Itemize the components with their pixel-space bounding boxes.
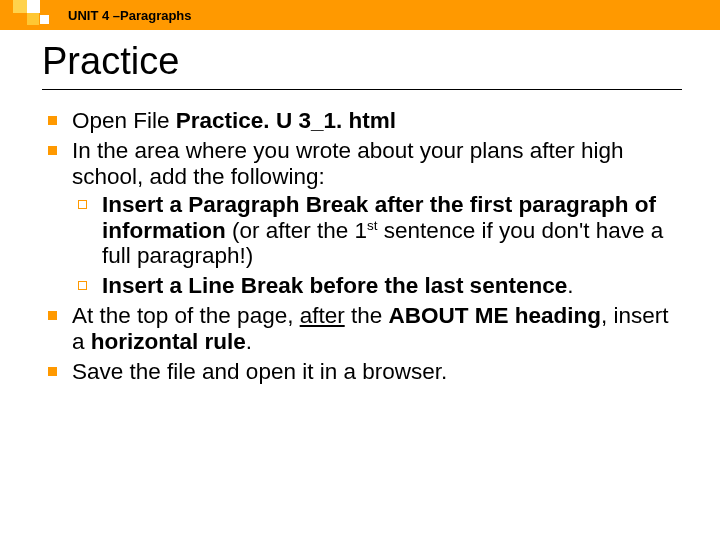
text-bold: Practice. U 3_1. html	[176, 108, 396, 133]
unit-label: UNIT 4 –Paragraphs	[60, 8, 192, 23]
header-decoration	[0, 0, 60, 30]
text: (or after the 1	[226, 218, 367, 243]
text: .	[567, 273, 573, 298]
text: the	[345, 303, 389, 328]
text-superscript: st	[367, 217, 378, 232]
slide-title: Practice	[42, 40, 720, 83]
deco-square-icon	[27, 0, 40, 13]
deco-square-icon	[27, 13, 39, 25]
text-bold: horizontal rule	[91, 329, 246, 354]
deco-square-icon	[13, 0, 27, 13]
list-item: Insert a Paragraph Break after the first…	[72, 192, 682, 270]
list-item: Save the file and open it in a browser.	[42, 359, 682, 385]
text: At the top of the page,	[72, 303, 300, 328]
header-bar: UNIT 4 –Paragraphs	[0, 0, 720, 30]
list-item: Insert a Line Break before the last sent…	[72, 273, 682, 299]
title-divider	[42, 89, 682, 90]
text: In the area where you wrote about your p…	[72, 138, 624, 189]
list-item: In the area where you wrote about your p…	[42, 138, 682, 299]
text-underline: after	[300, 303, 345, 328]
text-bold: Insert a Line Break before the last sent…	[102, 273, 567, 298]
text-bold: ABOUT ME heading	[388, 303, 601, 328]
deco-square-icon	[40, 15, 49, 24]
text: Open File	[72, 108, 176, 133]
list-item: Open File Practice. U 3_1. html	[42, 108, 682, 134]
text: .	[246, 329, 252, 354]
slide-content: Open File Practice. U 3_1. html In the a…	[42, 108, 682, 385]
list-item: At the top of the page, after the ABOUT …	[42, 303, 682, 355]
